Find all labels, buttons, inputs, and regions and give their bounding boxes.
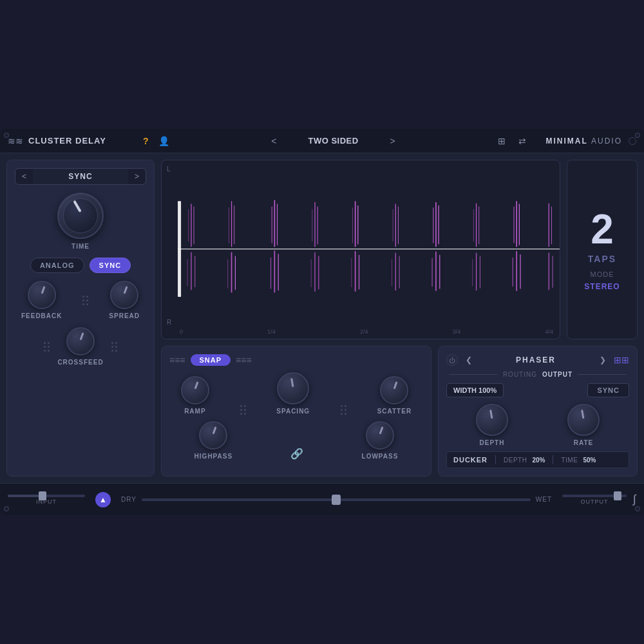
fx-grid-icon[interactable]: ⊞⊞ <box>614 355 629 365</box>
fx-sync-button[interactable]: SYNC <box>587 383 629 397</box>
routing-line-left <box>449 374 498 375</box>
cluster-divider-1 <box>238 405 249 415</box>
save-icon[interactable]: ⊞ <box>495 135 509 147</box>
fx-header: ⏻ ❮ PHASER ❯ ⊞⊞ <box>446 354 629 366</box>
output-fader-group: OUTPUT <box>562 495 627 505</box>
center-area: L R <box>161 160 638 477</box>
divider-dots-3 <box>109 327 120 366</box>
crossfeed-knob-item: CROSSFEED <box>57 327 103 366</box>
mode-buttons: ANALOG SYNC <box>15 258 146 273</box>
ramp-knob[interactable] <box>181 376 209 404</box>
crossfeed-row: CROSSFEED <box>15 327 146 366</box>
dry-wet-track[interactable] <box>142 498 531 501</box>
analog-button[interactable]: ANALOG <box>30 258 84 273</box>
output-label: OUTPUT <box>581 498 609 505</box>
settings-knob[interactable] <box>629 137 636 145</box>
dry-wet-group: DRY WET <box>121 496 552 503</box>
squiggle-icon[interactable]: ∫ <box>633 493 636 506</box>
spread-knob-item: SPREAD <box>109 281 140 319</box>
help-icon[interactable]: ? <box>143 136 149 146</box>
sync-mode-button[interactable]: SYNC <box>90 258 131 273</box>
cluster-header: ≡≡≡ SNAP ≡≡≡ <box>169 354 423 366</box>
ducker-label: DUCKER <box>453 456 488 464</box>
top-row: L R <box>161 160 638 339</box>
cluster-divider-2 <box>338 405 349 415</box>
top-bar-left: ≋≋ CLUSTER DELAY <box>8 136 137 146</box>
cluster-panel: ≡≡≡ SNAP ≡≡≡ RAMP <box>161 346 431 477</box>
cluster-screw-br <box>635 506 640 511</box>
lowpass-knob-item: LOWPASS <box>362 421 399 460</box>
highpass-knob-item: HIGHPASS <box>194 421 233 460</box>
preset-next-button[interactable]: > <box>386 135 399 147</box>
feedback-knob[interactable] <box>28 281 56 309</box>
snap-button[interactable]: SNAP <box>191 354 231 366</box>
ducker-row: DUCKER DEPTH 20% TIME 50% <box>446 451 629 468</box>
input-fader-fill <box>8 495 43 497</box>
plugin-container: ≋≋ CLUSTER DELAY ? 👤 < TWO SIDED > ⊞ ⇄ M… <box>0 129 644 515</box>
lowpass-knob[interactable] <box>366 421 394 450</box>
fx-power-button[interactable]: ⏻ <box>446 354 458 366</box>
shuffle-icon[interactable]: ⇄ <box>515 135 529 147</box>
highpass-knob[interactable] <box>199 421 227 450</box>
tick-1: 1/4 <box>267 328 276 335</box>
highpass-label: HIGHPASS <box>194 453 233 460</box>
preset-name: TWO SIDED <box>289 136 379 146</box>
user-icon[interactable]: 👤 <box>155 135 173 147</box>
ducker-time-label: TIME <box>561 457 578 464</box>
scatter-knob[interactable] <box>380 376 408 404</box>
fx-prev-button[interactable]: ❮ <box>463 354 475 366</box>
time-knob[interactable] <box>57 193 104 239</box>
crossfeed-knob[interactable] <box>66 327 95 355</box>
taps-number: 2 <box>591 209 614 250</box>
time-knob-container: TIME <box>15 193 146 250</box>
width-button[interactable]: WIDTH 100% <box>446 383 504 397</box>
bottom-bar: INPUT ▲ DRY WET OUTPUT ∫ <box>0 483 644 515</box>
brand-name: MINIMAL AUDIO <box>546 137 622 146</box>
depth-knob[interactable] <box>476 404 508 436</box>
sync-next-button[interactable]: > <box>128 169 146 184</box>
output-fader-track[interactable] <box>562 495 627 497</box>
mode-value: STEREO <box>584 282 620 291</box>
spread-knob[interactable] <box>110 281 138 309</box>
dry-label: DRY <box>121 496 137 503</box>
link-icon-container: 🔗 <box>287 448 307 460</box>
plugin-title: CLUSTER DELAY <box>28 136 106 146</box>
ramp-label: RAMP <box>184 408 205 415</box>
output-group: OUTPUT ∫ <box>562 493 636 506</box>
input-fader-thumb[interactable] <box>39 491 46 500</box>
feedback-label: FEEDBACK <box>21 312 62 319</box>
tap-svg <box>162 160 560 339</box>
spacing-label: SPACING <box>276 408 310 415</box>
input-fader-track[interactable] <box>8 495 85 497</box>
rate-knob[interactable] <box>567 404 600 436</box>
ducker-divider <box>495 455 496 464</box>
sync-prev-button[interactable]: < <box>15 169 33 184</box>
scatter-label: SCATTER <box>377 408 412 415</box>
routing-value: OUTPUT <box>542 371 573 378</box>
link-icon[interactable]: 🔗 <box>290 448 303 460</box>
preset-prev-button[interactable]: < <box>267 135 280 147</box>
viz-timeline: 0 1/4 2/4 3/4 4/4 <box>180 328 553 335</box>
tick-4: 4/4 <box>545 328 553 335</box>
up-arrow-button[interactable]: ▲ <box>95 492 111 507</box>
cluster-screw-bl <box>4 506 9 511</box>
rate-knob-item: RATE <box>567 404 600 446</box>
divider-dots-1 <box>80 281 91 319</box>
top-bar: ≋≋ CLUSTER DELAY ? 👤 < TWO SIDED > ⊞ ⇄ M… <box>0 129 644 153</box>
spacing-knob-item: SPACING <box>276 372 310 415</box>
depth-label: DEPTH <box>480 439 505 446</box>
tap-visualizer[interactable]: L R <box>161 160 560 339</box>
routing-label: ROUTING <box>503 371 537 378</box>
output-fader-thumb[interactable] <box>614 491 621 500</box>
tick-0: 0 <box>180 328 183 335</box>
routing-row: ROUTING OUTPUT <box>446 371 629 378</box>
spacing-knob[interactable] <box>277 372 309 404</box>
fx-next-button[interactable]: ❯ <box>597 354 609 366</box>
dry-wet-thumb[interactable] <box>332 495 341 505</box>
hash-icon-left: ≡≡≡ <box>169 355 185 365</box>
rate-label: RATE <box>574 439 593 446</box>
cluster-screw-tl <box>4 133 9 138</box>
spread-label: SPREAD <box>109 312 140 319</box>
routing-line-right <box>578 374 627 375</box>
depth-knob-item: DEPTH <box>476 404 508 446</box>
